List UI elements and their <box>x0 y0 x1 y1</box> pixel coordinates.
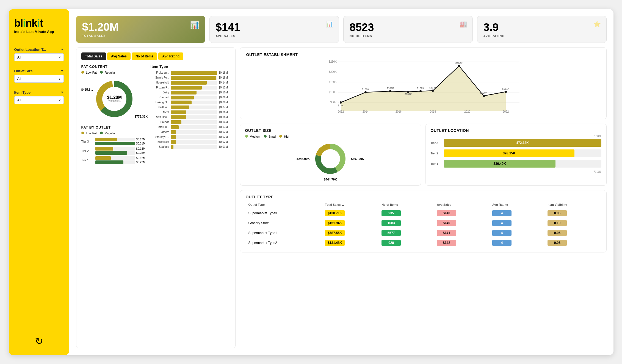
outlet-avg-sales: $140 <box>434 218 490 228</box>
percent-labels: 100% <box>431 135 601 138</box>
items-icon: 🏭 <box>460 21 467 28</box>
dashboard: blinkit India's Last Minute App Outlet L… <box>9 9 613 355</box>
avg-sales-value: $141 <box>216 21 333 33</box>
loc-tier2-row: Tier 2 393.15K <box>431 149 601 157</box>
filter-select-outlet-location[interactable]: All ∨ <box>14 53 64 61</box>
small-legend: Small <box>264 135 276 138</box>
item-type-bar-row: Breakfast $0.02M <box>150 140 230 144</box>
item-bar-value: $0.02M <box>219 140 230 143</box>
item-type-bar-row: Frozen F... $0.12M <box>150 86 230 90</box>
item-type-bar-row: Breads $0.04M <box>150 120 230 124</box>
small-dot <box>264 135 267 138</box>
outlet-avg-rating: 4 <box>490 208 545 218</box>
fat-content-section: FAT CONTENT Low Fat Regular <box>81 65 148 166</box>
loc-tier2-label: Tier 2 <box>431 152 442 155</box>
svg-text:2022: 2022 <box>502 110 509 113</box>
filter-select-item-type[interactable]: All ∨ <box>14 96 64 104</box>
outlet-avg-rating: 4 <box>490 238 545 248</box>
sales-icon: 📊 <box>190 20 200 29</box>
outlet-avg-sales: $140 <box>434 208 490 218</box>
tab-total-sales[interactable]: Total Sales <box>81 52 106 60</box>
item-bar-label: Frozen F... <box>150 86 169 89</box>
main-content: 📊 $1.20M TOTAL SALES 📊 $141 AVG SALES 🏭 … <box>69 9 613 355</box>
loc-tier1-bar: 336.40K <box>444 160 601 168</box>
item-bar-track <box>171 140 217 144</box>
item-bar-fill <box>171 120 181 124</box>
logo-text: blinkit <box>14 17 64 29</box>
item-bar-track <box>171 130 217 134</box>
tab-no-items[interactable]: No of Items <box>132 52 157 60</box>
item-bar-value: $0.08M <box>219 101 230 104</box>
svg-point-13 <box>364 91 367 93</box>
outlet-avg-sales: $142 <box>434 238 490 248</box>
item-bar-track <box>171 135 217 139</box>
refresh-button[interactable]: ↻ <box>14 335 64 347</box>
svg-text:$132K: $132K <box>386 87 394 90</box>
item-bar-value: $0.06M <box>219 116 230 119</box>
item-bar-label: Breakfast <box>150 140 169 143</box>
outlet-avg-rating: 4 <box>490 228 545 238</box>
item-bar-fill <box>171 140 176 144</box>
item-bar-label: Starchy F... <box>150 135 169 138</box>
outlet-item-visibility: 0.06 <box>545 208 601 218</box>
loc-tier2-bar: 393.15K <box>444 149 601 157</box>
kpi-no-items: 🏭 8523 NO OF ITEMS <box>343 16 473 43</box>
item-bar-fill <box>171 115 186 119</box>
tier3-bar-row: Tier 3 $0.17M <box>81 138 148 145</box>
total-sales-value: $1.20M <box>82 21 199 33</box>
tab-avg-rating[interactable]: Avg Rating <box>158 52 183 60</box>
outlet-no-items: 935 <box>379 208 434 218</box>
total-sales-label: TOTAL SALES <box>82 34 199 37</box>
col-no-items: No of Items <box>379 201 434 208</box>
svg-text:$131K: $131K <box>404 93 411 96</box>
item-bar-fill <box>171 130 176 134</box>
item-type-bar-row: Starchy F... $0.02M <box>150 135 230 139</box>
outlet-item-visibility: 0.10 <box>545 218 601 228</box>
charts-row: FAT CONTENT Low Fat Regular <box>81 65 230 166</box>
col-avg-rating: Avg Rating <box>490 201 545 208</box>
avg-rating-value: 3.9 <box>483 21 600 33</box>
percent-min-label: 71.3% <box>431 170 601 173</box>
item-bar-label: Snack Fo... <box>150 76 169 79</box>
item-bar-track <box>171 125 217 129</box>
table-row: Supermarket Type3 $130.71K 935 $140 4 0.… <box>246 208 601 218</box>
svg-text:$250K: $250K <box>329 60 337 63</box>
outlet-type-tbody: Supermarket Type3 $130.71K 935 $140 4 0.… <box>246 208 601 248</box>
filter-select-outlet-size[interactable]: All ∨ <box>14 75 64 83</box>
tier3-low-fat-val: $0.17M <box>136 138 148 141</box>
item-bar-value: $0.02M <box>219 130 230 134</box>
low-fat-value: $425.3... <box>81 88 93 91</box>
sidebar-filters: Outlet Location T... ▼ All ∨ Outlet Size… <box>14 48 64 330</box>
svg-text:$200K: $200K <box>329 70 337 73</box>
tier1-bars: $0.12M $0.22M <box>95 156 148 164</box>
fat-content-title: FAT CONTENT <box>81 65 148 69</box>
item-bar-fill <box>171 96 194 99</box>
outlet-size-card: OUTLET SIZE Medium Small <box>240 124 421 186</box>
svg-text:2020: 2020 <box>464 110 470 113</box>
item-type-bars: Fruits an... $0.18M Snack Fo... $0.18M H… <box>150 71 230 149</box>
svg-text:$131K: $131K <box>502 87 509 90</box>
svg-text:$150K: $150K <box>329 80 337 84</box>
kpi-avg-sales: 📊 $141 AVG SALES <box>209 16 339 43</box>
filter-label-item-type: Item Type ▼ <box>14 90 64 95</box>
outlet-no-items: 1083 <box>379 218 434 228</box>
fat-outlet-regular: Regular <box>100 132 115 135</box>
item-bar-fill <box>171 105 189 109</box>
outlet-no-items: 928 <box>379 238 434 248</box>
no-items-label: NO OF ITEMS <box>350 34 466 38</box>
tier1-low-fat-val: $0.12M <box>136 157 148 160</box>
medium-dot <box>245 135 248 138</box>
col-total-sales[interactable]: Total Sales ▲ <box>322 201 379 208</box>
outlet-total-sales: $787.55K <box>322 228 379 238</box>
item-bar-track <box>171 91 217 95</box>
outlet-total-sales: $131.48K <box>322 238 379 248</box>
item-type-bar-row: Canned $0.09M <box>150 96 230 99</box>
item-bar-label: Canned <box>150 96 169 99</box>
item-bar-value: $0.09M <box>219 96 230 99</box>
chevron-icon: ▼ <box>61 69 64 73</box>
item-bar-label: Breads <box>150 121 169 124</box>
tier2-bars: $0.14M $0.25M <box>95 147 148 155</box>
tab-avg-sales[interactable]: Avg Sales <box>107 52 131 60</box>
tier1-regular-val: $0.22M <box>136 161 148 164</box>
item-bar-track <box>171 71 217 75</box>
